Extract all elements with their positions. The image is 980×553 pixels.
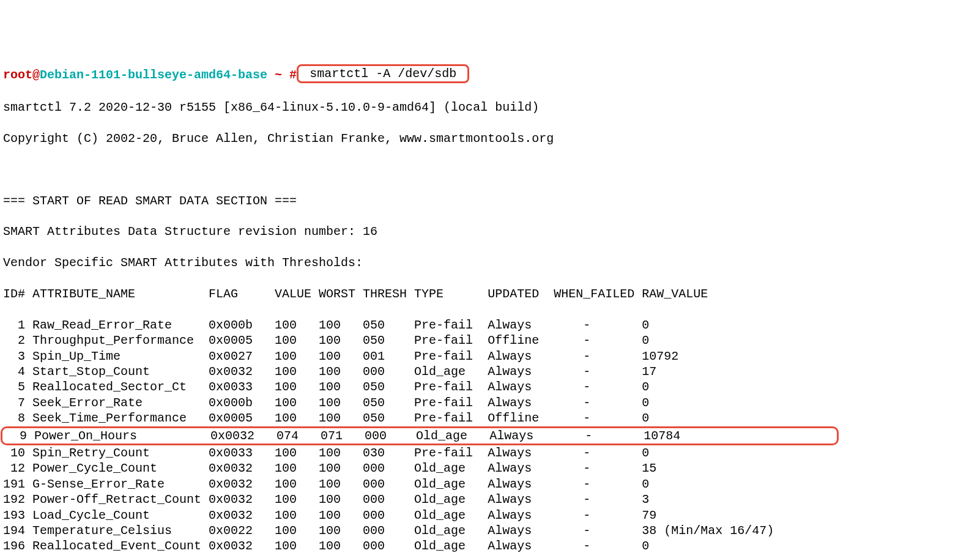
highlighted-row: 9 Power_On_Hours 0x0032 074 071 000 Old_… (1, 426, 839, 445)
table-row: 194 Temperature_Celsius 0x0022 100 100 0… (3, 523, 977, 538)
table-row: 8 Seek_Time_Performance 0x0005 100 100 0… (3, 410, 977, 426)
prompt-path: ~ (267, 68, 289, 82)
table-row: 9 Power_On_Hours 0x0032 074 071 000 Old_… (3, 426, 977, 445)
version-line: smartctl 7.2 2020-12-30 r5155 [x86_64-li… (3, 100, 977, 115)
vendor-line: Vendor Specific SMART Attributes with Th… (3, 255, 977, 270)
prompt-user: root (3, 68, 32, 82)
column-headers: ID# ATTRIBUTE_NAME FLAG VALUE WORST THRE… (3, 286, 977, 302)
command-highlight: smartctl -A /dev/sdb (297, 64, 469, 83)
table-row: 192 Power-Off_Retract_Count 0x0032 100 1… (3, 492, 977, 507)
command-text: smartctl -A /dev/sdb (302, 67, 464, 81)
table-row: 2 Throughput_Performance 0x0005 100 100 … (3, 333, 977, 348)
table-row: 7 Seek_Error_Rate 0x000b 100 100 050 Pre… (3, 395, 977, 410)
table-row: 3 Spin_Up_Time 0x0027 100 100 001 Pre-fa… (3, 349, 977, 364)
prompt-hash: # (289, 68, 297, 82)
copyright-line: Copyright (C) 2002-20, Bruce Allen, Chri… (3, 131, 977, 146)
prompt-at: @ (32, 68, 40, 82)
attributes-table: 1 Raw_Read_Error_Rate 0x000b 100 100 050… (3, 317, 977, 553)
section-title: === START OF READ SMART DATA SECTION === (3, 193, 977, 209)
table-row: 5 Reallocated_Sector_Ct 0x0033 100 100 0… (3, 379, 977, 395)
table-row: 12 Power_Cycle_Count 0x0032 100 100 000 … (3, 461, 977, 476)
table-row: 193 Load_Cycle_Count 0x0032 100 100 000 … (3, 508, 977, 523)
table-row: 196 Reallocated_Event_Count 0x0032 100 1… (3, 538, 977, 553)
table-row: 191 G-Sense_Error_Rate 0x0032 100 100 00… (3, 477, 977, 492)
table-row: 1 Raw_Read_Error_Rate 0x000b 100 100 050… (3, 317, 977, 333)
table-row: 10 Spin_Retry_Count 0x0033 100 100 030 P… (3, 445, 977, 461)
revision-line: SMART Attributes Data Structure revision… (3, 224, 977, 239)
prompt-host: Debian-1101-bullseye-amd64-base (40, 68, 267, 82)
blank-line (3, 162, 977, 177)
prompt-line: root@Debian-1101-bullseye-amd64-base ~ #… (3, 65, 977, 84)
table-row: 4 Start_Stop_Count 0x0032 100 100 000 Ol… (3, 364, 977, 379)
